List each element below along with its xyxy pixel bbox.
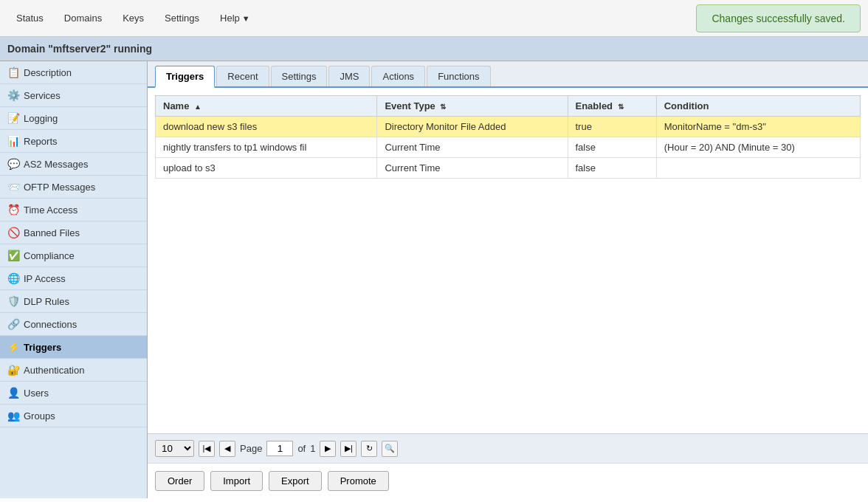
sidebar-item-connections[interactable]: 🔗 Connections: [0, 313, 147, 336]
sidebar-item-users[interactable]: 👤 Users: [0, 382, 147, 405]
page-input[interactable]: [266, 441, 293, 456]
nav-help[interactable]: Help ▼: [211, 10, 259, 27]
sidebar-item-label: IP Access: [24, 273, 66, 284]
sidebar-item-groups[interactable]: 👥 Groups: [0, 405, 147, 427]
cell-condition: [656, 158, 860, 179]
banned-files-icon: 🚫: [7, 227, 19, 238]
dlp-icon: 🛡️: [7, 295, 19, 307]
sidebar-item-compliance[interactable]: ✅ Compliance: [0, 244, 147, 267]
description-icon: 📋: [7, 66, 19, 78]
sidebar-item-banned-files[interactable]: 🚫 Banned Files: [0, 221, 147, 244]
col-name[interactable]: Name ▲: [156, 96, 377, 117]
pagination-bar: 10 25 50 100 |◀ ◀ Page of 1 ▶ ▶| ↻ 🔍: [148, 433, 868, 463]
sidebar-item-time-access[interactable]: ⏰ Time Access: [0, 199, 147, 221]
tab-actions[interactable]: Actions: [371, 66, 425, 86]
triggers-icon: ⚡: [7, 341, 19, 353]
oftp-icon: 📨: [7, 181, 19, 193]
cell-name: upload to s3: [156, 158, 377, 179]
import-button[interactable]: Import: [210, 471, 263, 491]
nav-settings[interactable]: Settings: [156, 10, 208, 27]
sidebar-item-reports[interactable]: 📊 Reports: [0, 130, 147, 153]
nav-keys[interactable]: Keys: [114, 10, 153, 27]
refresh-button[interactable]: ↻: [361, 441, 377, 457]
promote-button[interactable]: Promote: [328, 471, 389, 491]
sidebar-item-label: Reports: [24, 136, 58, 147]
nav-domains[interactable]: Domains: [55, 10, 111, 27]
sidebar-item-logging[interactable]: 📝 Logging: [0, 107, 147, 130]
table-row[interactable]: upload to s3 Current Time false: [156, 158, 861, 179]
tab-functions[interactable]: Functions: [427, 66, 490, 86]
logging-icon: 📝: [7, 112, 19, 124]
cell-name: nightly transfers to tp1 windows fil: [156, 137, 377, 158]
sidebar-item-label: Authentication: [24, 365, 84, 376]
tab-triggers[interactable]: Triggers: [155, 66, 215, 88]
compliance-icon: ✅: [7, 250, 19, 261]
nav-status[interactable]: Status: [7, 10, 52, 27]
sidebar-item-services[interactable]: ⚙️ Services: [0, 84, 147, 107]
sidebar-item-dlp-rules[interactable]: 🛡️ DLP Rules: [0, 290, 147, 313]
connections-icon: 🔗: [7, 318, 19, 330]
page-label: Page: [240, 443, 262, 454]
tab-jms[interactable]: JMS: [328, 66, 370, 86]
sort-asc-icon: ▲: [194, 103, 202, 111]
content-area: Triggers Recent Settings JMS Actions Fun…: [148, 61, 868, 498]
reports-icon: 📊: [7, 135, 19, 147]
sidebar-item-authentication[interactable]: 🔐 Authentication: [0, 359, 147, 382]
sidebar-item-as2-messages[interactable]: 💬 AS2 Messages: [0, 153, 147, 176]
help-label: Help: [220, 13, 240, 24]
table-row[interactable]: download new s3 files Directory Monitor …: [156, 117, 861, 137]
time-access-icon: ⏰: [7, 204, 19, 216]
sidebar-item-label: OFTP Messages: [24, 182, 95, 193]
tab-bar: Triggers Recent Settings JMS Actions Fun…: [148, 61, 868, 88]
of-label: of: [297, 443, 306, 454]
sidebar-item-label: Users: [24, 388, 49, 399]
sidebar-item-label: Description: [24, 67, 72, 78]
nav-items: Status Domains Keys Settings Help ▼: [7, 10, 696, 27]
per-page-select[interactable]: 10 25 50 100: [155, 440, 194, 457]
table-area: Name ▲ Event Type ⇅ Enabled ⇅ Conditio: [148, 88, 868, 433]
triggers-table: Name ▲ Event Type ⇅ Enabled ⇅ Conditio: [155, 95, 861, 179]
tab-recent[interactable]: Recent: [216, 66, 269, 86]
total-pages: 1: [310, 443, 315, 454]
sidebar-item-label: Services: [24, 90, 61, 101]
sidebar-item-ip-access[interactable]: 🌐 IP Access: [0, 267, 147, 290]
order-button[interactable]: Order: [155, 471, 204, 491]
cell-name: download new s3 files: [156, 117, 377, 137]
col-enabled[interactable]: Enabled ⇅: [568, 96, 656, 117]
export-button[interactable]: Export: [269, 471, 322, 491]
cell-event-type: Current Time: [377, 158, 568, 179]
prev-page-button[interactable]: ◀: [219, 441, 235, 457]
sidebar-item-label: Triggers: [24, 342, 61, 353]
col-event-type[interactable]: Event Type ⇅: [377, 96, 568, 117]
action-buttons-bar: Order Import Export Promote: [148, 463, 868, 498]
cell-condition: MonitorName = "dm-s3": [656, 117, 860, 137]
sidebar-item-label: Banned Files: [24, 227, 80, 238]
groups-icon: 👥: [7, 410, 19, 422]
sort-icon: ⇅: [440, 103, 446, 111]
users-icon: 👤: [7, 387, 19, 399]
sidebar: 📋 Description ⚙️ Services 📝 Logging 📊 Re…: [0, 61, 148, 498]
cell-event-type: Current Time: [377, 137, 568, 158]
success-banner: Changes successfully saved.: [696, 4, 861, 32]
ip-access-icon: 🌐: [7, 272, 19, 284]
as2-icon: 💬: [7, 158, 19, 170]
sidebar-item-triggers[interactable]: ⚡ Triggers: [0, 336, 147, 359]
sidebar-item-label: Compliance: [24, 250, 75, 261]
first-page-button[interactable]: |◀: [199, 441, 215, 457]
tab-settings[interactable]: Settings: [271, 66, 328, 86]
search-button[interactable]: 🔍: [382, 441, 398, 457]
services-icon: ⚙️: [7, 89, 19, 101]
cell-event-type: Directory Monitor File Added: [377, 117, 568, 137]
last-page-button[interactable]: ▶|: [340, 441, 356, 457]
table-row[interactable]: nightly transfers to tp1 windows fil Cur…: [156, 137, 861, 158]
next-page-button[interactable]: ▶: [320, 441, 336, 457]
sidebar-item-description[interactable]: 📋 Description: [0, 61, 147, 84]
top-nav: Status Domains Keys Settings Help ▼ Chan…: [0, 0, 868, 37]
chevron-down-icon: ▼: [242, 14, 250, 23]
sidebar-item-oftp-messages[interactable]: 📨 OFTP Messages: [0, 176, 147, 199]
sidebar-item-label: Time Access: [24, 204, 78, 216]
sidebar-item-label: Groups: [24, 410, 55, 422]
success-text: Changes successfully saved.: [712, 13, 845, 24]
sidebar-item-label: AS2 Messages: [24, 159, 88, 170]
sidebar-item-label: Logging: [24, 113, 58, 124]
